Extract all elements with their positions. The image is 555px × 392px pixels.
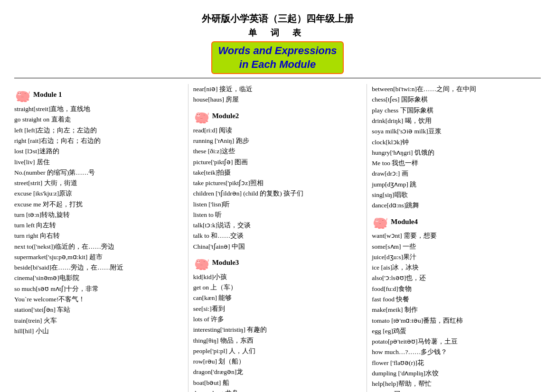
svg-point-3 xyxy=(18,93,19,94)
module3-header: Module3 xyxy=(193,256,362,270)
svg-point-35 xyxy=(197,261,198,261)
list-item: play chess 下国际象棋 xyxy=(372,105,541,116)
list-item: jump[dʒʌmp] 跳 xyxy=(372,179,541,190)
svg-point-36 xyxy=(198,261,199,261)
pig-icon-module3 xyxy=(193,256,210,270)
svg-point-59 xyxy=(383,220,384,221)
banner: Words and Expressions in Each Module xyxy=(211,41,343,74)
list-item: talk[tɔ:k]说话，交谈 xyxy=(193,220,362,231)
module2-entries: read[ri:d] 阅读 running ['rʌniŋ] 跑步 these … xyxy=(193,125,362,252)
module4-header: Module4 xyxy=(372,215,541,229)
banner-line1: Words and Expressions xyxy=(218,45,337,56)
list-item: egg [eg]鸡蛋 xyxy=(372,326,541,336)
page-subtitle: 单 词 表 xyxy=(248,27,307,38)
svg-point-13 xyxy=(20,101,24,103)
list-item: children ['tʃildrən] (child 的复数) 孩子们 xyxy=(193,188,362,199)
list-item: so much[səʊ mʌtʃ]十分，非常 xyxy=(14,284,183,294)
list-item: take pictures['piktʃɔz]照相 xyxy=(193,178,362,188)
svg-point-2 xyxy=(18,92,21,95)
svg-point-9 xyxy=(24,93,27,95)
svg-point-26 xyxy=(203,114,204,115)
list-item: ice [ais]冰，冰块 xyxy=(372,262,541,273)
list-item: thing[θiŋ] 物品，东西 xyxy=(193,336,362,346)
svg-point-51 xyxy=(376,220,376,221)
svg-point-34 xyxy=(197,260,200,263)
svg-point-31 xyxy=(206,121,208,122)
svg-point-44 xyxy=(196,268,199,270)
module1-entries: straight[streit]直地，直线地 go straight on 直着… xyxy=(14,104,183,336)
list-item: dragon['drægən]龙 xyxy=(193,367,362,377)
list-item: cinema['sinəmə]电影院 xyxy=(14,273,183,283)
list-item: house[haus] 房屋 xyxy=(193,94,362,105)
svg-point-45 xyxy=(199,268,202,270)
list-item: hungry['hʌŋgri] 饥饿的 xyxy=(372,148,541,158)
svg-point-29 xyxy=(199,121,202,123)
svg-point-23 xyxy=(201,118,202,118)
list-item: turn [tə:n]转动,旋转 xyxy=(14,210,183,220)
list-item: station['steiʃən] 车站 xyxy=(14,305,183,315)
list-item: help[help]帮助，帮忙 xyxy=(372,379,541,389)
list-item: chess[tʃes] 国际象棋 xyxy=(372,94,541,105)
svg-point-62 xyxy=(381,227,385,229)
list-item: excuse me 对不起，打扰 xyxy=(14,199,183,210)
col3-top-entries: between[bi'twi:n]在……之间，在中间 chess[tʃes] 国… xyxy=(372,84,541,211)
svg-point-14 xyxy=(24,101,27,103)
list-item: make[meik] 制作 xyxy=(372,305,541,315)
list-item: soya milk['sɔiə milk]豆浆 xyxy=(372,126,541,137)
list-item: draw[drɔ:] 画 xyxy=(372,168,541,179)
list-item: row[rəu] 划（船） xyxy=(193,356,362,367)
list-item: street[strit] 大街，街道 xyxy=(14,178,183,188)
svg-point-7 xyxy=(23,97,23,97)
list-item: drink[driŋk] 喝，饮用 xyxy=(372,116,541,126)
list-item: boat[bəut] 船 xyxy=(193,378,362,388)
svg-point-43 xyxy=(204,261,205,262)
svg-point-27 xyxy=(204,114,205,115)
svg-point-39 xyxy=(201,265,202,265)
list-item: see[si:]看到 xyxy=(193,304,362,314)
banner-line2: in Each Module xyxy=(239,58,316,70)
content-area: Module 1 straight[streit]直地，直线地 go strai… xyxy=(14,84,541,392)
list-item: dumpling ['dʌmpliŋ]水饺 xyxy=(372,368,541,379)
svg-point-4 xyxy=(20,93,21,94)
svg-point-38 xyxy=(200,265,201,265)
svg-point-61 xyxy=(378,227,381,229)
list-item: supermarket['sju:pə,mɑ:kit] 超市 xyxy=(14,252,183,262)
list-item: read[ri:d] 阅读 xyxy=(193,125,362,136)
svg-point-54 xyxy=(379,224,380,224)
svg-point-10 xyxy=(25,93,25,94)
module3-title: Module3 xyxy=(212,257,239,269)
pig-icon-module4 xyxy=(372,215,389,229)
list-item: China['tʃainə] 中国 xyxy=(193,242,362,252)
list-item: can[kæn] 能够 xyxy=(193,293,362,303)
svg-point-41 xyxy=(203,261,205,262)
list-item: train[trein] 火车 xyxy=(14,316,183,326)
pig-icon-module2 xyxy=(193,109,210,123)
list-item: juice[dʒu:s]果汁 xyxy=(372,252,541,262)
list-item: go straight on 直着走 xyxy=(14,114,183,125)
list-item: sing[siŋ]唱歌 xyxy=(372,190,541,200)
list-item: between[bi'twi:n]在……之间，在中间 xyxy=(372,84,541,94)
list-item: listen to 听 xyxy=(193,210,362,220)
pig-icon-module1 xyxy=(14,88,31,102)
list-item: food[fu:d]食物 xyxy=(372,284,541,294)
list-item: interesting['intristiŋ] 有趣的 xyxy=(193,325,362,335)
list-item: flower ['flaʊə(r)]花 xyxy=(372,358,541,368)
svg-point-50 xyxy=(376,219,379,222)
list-item: potato[pə'teitəʊ]马铃薯，土豆 xyxy=(372,336,541,347)
svg-point-42 xyxy=(203,261,204,262)
module4-title: Module4 xyxy=(391,216,418,228)
svg-point-6 xyxy=(22,97,22,97)
page: 外研版小学英语（三起）四年级上册 单 词 表 Words and Express… xyxy=(14,9,541,392)
list-item: Me too 我也一样 xyxy=(372,158,541,168)
list-item: talk to 和……交谈 xyxy=(193,231,362,241)
list-item: left [left]左边；向左；左边的 xyxy=(14,125,183,136)
list-item: dance[dɑ:ns]跳舞 xyxy=(372,200,541,211)
column-3: between[bi'twi:n]在……之间，在中间 chess[tʃes] 国… xyxy=(367,84,541,392)
svg-point-52 xyxy=(377,220,378,221)
column-2: near[niə] 接近，临近 house[haus] 房屋 xyxy=(188,84,367,392)
list-item: how much…?……多少钱？ xyxy=(372,347,541,357)
svg-point-18 xyxy=(197,113,200,117)
list-item: dragon boat 龙舟 xyxy=(193,388,362,392)
list-item: listen ['lisn]听 xyxy=(193,199,362,210)
svg-point-47 xyxy=(206,267,208,269)
